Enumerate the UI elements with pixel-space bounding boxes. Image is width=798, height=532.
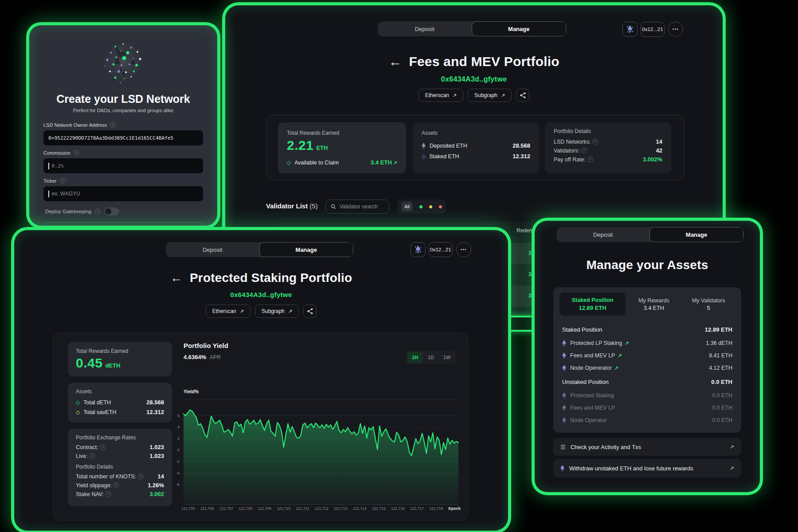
detail-value: 3.002 bbox=[149, 491, 164, 497]
share-button[interactable] bbox=[303, 305, 317, 318]
etherscan-button[interactable]: Etherscan↗ bbox=[419, 89, 463, 102]
gatekeeping-label: Deploy Gatekeeping bbox=[45, 209, 91, 214]
wallet-address-chip[interactable]: 0x12...21 bbox=[641, 22, 665, 37]
deth-diamond-icon: ◇ bbox=[287, 160, 291, 165]
help-icon[interactable]: ? bbox=[138, 473, 144, 479]
back-arrow-icon[interactable]: ← bbox=[388, 54, 402, 69]
ticker-input[interactable]: ex. WAGYU bbox=[43, 186, 203, 201]
filter-green-dot[interactable] bbox=[419, 205, 422, 208]
help-icon[interactable]: ? bbox=[587, 156, 593, 162]
more-menu-button[interactable]: ••• bbox=[456, 242, 471, 257]
external-link-icon: ↗ bbox=[453, 93, 457, 98]
share-button[interactable] bbox=[516, 89, 529, 102]
yield-chart-svg: 6420-2-4-6 bbox=[184, 399, 458, 505]
claim-value[interactable]: 3.4 ETH↗ bbox=[371, 159, 397, 166]
range-1h-button[interactable]: 1H bbox=[407, 352, 422, 363]
subgraph-button[interactable]: Subgraph↗ bbox=[255, 305, 299, 318]
yield-chart-title: Portfolio Yield bbox=[184, 342, 228, 349]
page-title: ←Fees and MEV Portfolio bbox=[225, 54, 723, 69]
eth-icon bbox=[560, 465, 564, 471]
selected-validator-row-fragment[interactable] bbox=[507, 316, 534, 332]
x-tick-label: 121,706 bbox=[200, 506, 214, 511]
portfolio-details-card: Portfolio Exchange Rates Contract: ? 1.0… bbox=[68, 429, 172, 506]
eth-icon bbox=[562, 405, 566, 411]
asset-value: 12.312 bbox=[512, 153, 530, 160]
tab-manage[interactable]: Manage bbox=[472, 21, 567, 36]
validator-search-input[interactable]: Validator search bbox=[325, 200, 389, 214]
etherscan-button[interactable]: Etherscan↗ bbox=[206, 305, 250, 318]
wallet-logo-button[interactable] bbox=[411, 242, 426, 257]
back-arrow-icon[interactable]: ← bbox=[170, 271, 183, 285]
tab-deposit[interactable]: Deposit bbox=[378, 21, 472, 36]
help-icon[interactable]: ? bbox=[74, 150, 79, 156]
help-icon[interactable]: ? bbox=[89, 453, 95, 459]
wallet-address-chip[interactable]: 0x12...21 bbox=[429, 242, 453, 257]
help-icon[interactable]: ? bbox=[113, 482, 119, 488]
text-caret bbox=[48, 191, 49, 197]
filter-red-dot[interactable] bbox=[439, 205, 442, 208]
position-selector: Staked Position 12.89 ETH My Rewards 3.4… bbox=[559, 293, 735, 316]
gatekeeping-toggle[interactable] bbox=[104, 207, 119, 215]
page-title: Manage your Assets bbox=[535, 258, 760, 272]
help-icon[interactable]: ? bbox=[106, 491, 111, 497]
list-icon: ☰ bbox=[560, 444, 566, 450]
help-icon[interactable]: ? bbox=[592, 139, 598, 145]
svg-text:-2: -2 bbox=[176, 459, 180, 464]
help-icon[interactable]: ? bbox=[60, 178, 66, 184]
assets-card: Staked Position 12.89 ETH My Rewards 3.4… bbox=[553, 287, 741, 433]
network-globe bbox=[98, 38, 148, 87]
position-row[interactable]: Node Opererator↗ 4.12 ETH bbox=[559, 362, 735, 374]
card-label: Assets bbox=[76, 388, 164, 395]
position-row[interactable]: Protected Staking0.0 ETH bbox=[559, 389, 735, 402]
owner-address-input[interactable]: 0×95222290DD7278Aa3Ddd389Cc1E1d165CC4BAf… bbox=[43, 130, 203, 145]
portfolio-address[interactable]: 0x6434A3d..gfytwe bbox=[225, 75, 723, 83]
position-row[interactable]: Protected LP Staking↗ 1.36 dETH bbox=[559, 337, 735, 349]
asset-label: Total dETH bbox=[83, 399, 111, 406]
card-label: Assets bbox=[422, 130, 530, 136]
tab-manage[interactable]: Manage bbox=[259, 242, 354, 257]
selector-my-rewards[interactable]: My Rewards 3.4 ETH bbox=[627, 293, 680, 316]
portfolio-address[interactable]: 0x6434A3d..gfytwe bbox=[14, 291, 508, 298]
eth-icon bbox=[422, 143, 426, 149]
apr-suffix: APR bbox=[210, 354, 221, 360]
unstaked-position-row: Unstaked Position0.0 ETH bbox=[559, 374, 735, 389]
help-icon[interactable]: ? bbox=[581, 148, 587, 153]
filter-all-chip[interactable]: All bbox=[401, 202, 413, 211]
help-icon[interactable]: ? bbox=[110, 122, 116, 128]
eth-icon bbox=[562, 365, 566, 371]
activity-txs-button[interactable]: ☰ Check your Activity and Txs ↗ bbox=[553, 438, 741, 456]
detail-value: 1.26% bbox=[148, 482, 164, 489]
validator-count: (5) bbox=[309, 202, 317, 210]
external-link-icon: ↗ bbox=[288, 309, 292, 314]
position-row[interactable]: Fees and MEV LP0.0 ETH bbox=[559, 402, 735, 414]
help-icon[interactable]: ? bbox=[95, 209, 101, 215]
app-canvas: Deposit Manage 0x12...21 ••• ←Fees and M… bbox=[0, 0, 798, 532]
range-1d-button[interactable]: 1D bbox=[423, 352, 438, 363]
commission-input[interactable]: 0.2% bbox=[43, 158, 203, 173]
svg-text:0: 0 bbox=[177, 447, 180, 452]
range-1w-button[interactable]: 1W bbox=[439, 352, 454, 363]
eth-network-icon bbox=[415, 245, 422, 254]
help-icon[interactable]: ? bbox=[100, 444, 106, 450]
subgraph-button[interactable]: Subgraph↗ bbox=[468, 89, 512, 102]
search-icon bbox=[331, 204, 336, 209]
asset-label: Staked ETH bbox=[429, 153, 459, 160]
position-row[interactable]: Node Operator0.0 ETH bbox=[559, 414, 735, 426]
external-link-icon: ↗ bbox=[730, 444, 734, 450]
detail-label: Total number of KNOTS: bbox=[76, 473, 136, 480]
tab-deposit[interactable]: Deposit bbox=[166, 242, 259, 257]
x-tick-label: 121,713 bbox=[334, 506, 348, 511]
withdraw-button[interactable]: Withdraw unstaked ETH and lose future re… bbox=[553, 459, 741, 477]
selector-staked-position[interactable]: Staked Position 12.89 ETH bbox=[559, 293, 626, 316]
more-menu-button[interactable]: ••• bbox=[668, 22, 683, 37]
position-row[interactable]: Fees and MEV LP↗ 8.41 ETH bbox=[559, 349, 735, 362]
portfolio-details-card: Portfolio Details LSD Networks: ? 14 Val… bbox=[545, 122, 671, 173]
tab-manage[interactable]: Manage bbox=[649, 227, 743, 242]
manage-assets-panel: Deposit Manage Manage your Assets Staked… bbox=[535, 221, 760, 492]
wallet-logo-button[interactable] bbox=[622, 22, 638, 37]
x-tick-label: 121,705 bbox=[181, 506, 195, 511]
selector-my-validators[interactable]: My Validators 5 bbox=[682, 293, 735, 316]
tab-deposit[interactable]: Deposit bbox=[556, 227, 649, 242]
filter-yellow-dot[interactable] bbox=[429, 205, 432, 208]
protected-staking-panel: Deposit Manage 0x12...21 ••• ←Protected … bbox=[14, 230, 508, 531]
